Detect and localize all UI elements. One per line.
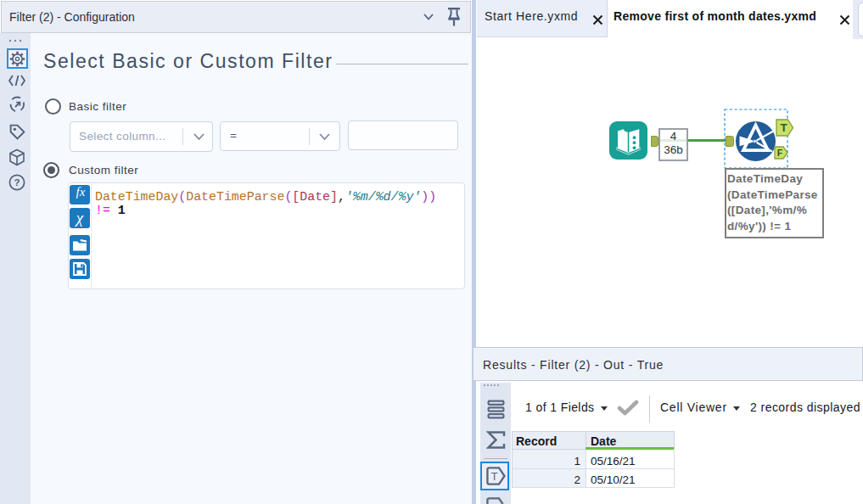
svg-text:?: ? bbox=[14, 177, 20, 188]
svg-text:T: T bbox=[780, 121, 787, 134]
svg-text:T: T bbox=[490, 470, 497, 483]
svg-text:F: F bbox=[777, 148, 783, 158]
